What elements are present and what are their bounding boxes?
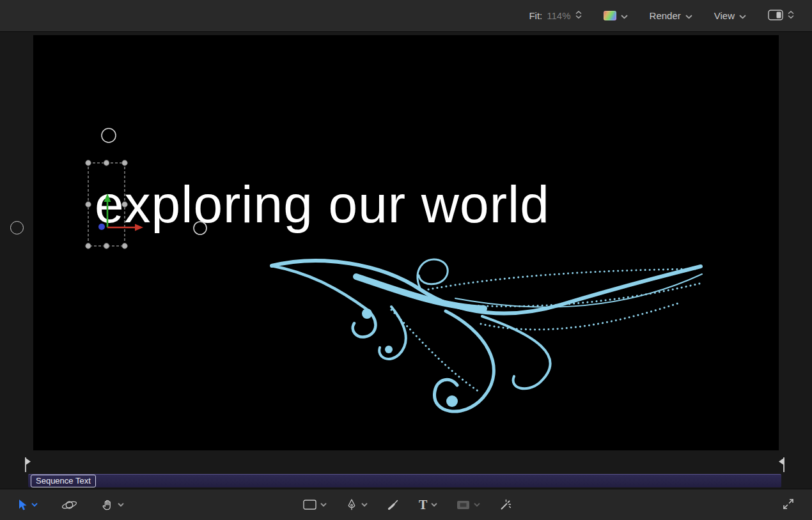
bezier-tool-button[interactable] [346, 498, 368, 511]
chevron-down-icon[interactable] [431, 503, 437, 507]
transform-3d-tool-button[interactable] [61, 498, 78, 512]
zoom-value[interactable]: 114% [547, 10, 570, 21]
shape-tool-button[interactable] [303, 500, 327, 510]
view-menu[interactable]: View [714, 10, 746, 21]
chevron-down-icon[interactable] [31, 503, 38, 507]
mask-tool-button[interactable] [457, 500, 480, 510]
canvas[interactable]: exploring our world [33, 35, 779, 450]
chevron-down-icon[interactable] [361, 503, 368, 507]
window-layout-icon [768, 10, 783, 22]
render-menu-label: Render [650, 10, 681, 21]
layout-control[interactable] [768, 10, 794, 22]
workspace: exploring our world [0, 32, 812, 489]
layout-stepper-icon[interactable] [788, 10, 794, 22]
filled-rectangle-icon [457, 500, 470, 510]
arrow-cursor-icon [18, 499, 27, 511]
select-transform-tool-button[interactable] [18, 499, 38, 511]
chevron-down-icon[interactable] [118, 503, 124, 507]
render-menu[interactable]: Render [650, 10, 692, 21]
diagonal-expand-arrows-icon [781, 497, 795, 511]
layer-name-field[interactable]: Sequence Text [31, 475, 96, 487]
canvas-toolbar: Fit: 114% Render View [0, 0, 812, 32]
magic-wand-icon [499, 498, 512, 511]
tools-toolbar: T [0, 489, 812, 520]
play-range-in-pin[interactable] [24, 457, 31, 475]
view-menu-label: View [714, 10, 735, 21]
chevron-down-icon [739, 10, 746, 21]
paint-stroke-tool-button[interactable] [387, 498, 400, 511]
zoom-control[interactable]: Fit: 114% [529, 10, 581, 22]
orbit-icon [61, 498, 78, 512]
pen-nib-icon [346, 498, 357, 511]
headline-text[interactable]: exploring our world [95, 178, 550, 231]
expand-canvas-button[interactable] [781, 497, 795, 513]
channels-menu[interactable] [604, 10, 628, 21]
play-range-out-pin[interactable] [778, 457, 785, 475]
chevron-down-icon [621, 10, 628, 21]
chevron-down-icon [685, 10, 692, 21]
motion-window: Fit: 114% Render View [0, 0, 812, 520]
letter-T-icon: T [419, 498, 427, 511]
adjust-tool-button[interactable] [499, 498, 512, 511]
fit-label: Fit: [529, 10, 542, 21]
chevron-down-icon[interactable] [474, 503, 480, 507]
rig-circle-top[interactable] [102, 128, 116, 142]
flourish-graphic [33, 35, 779, 450]
chevron-down-icon[interactable] [320, 503, 327, 507]
sequence-text-layer-bar[interactable]: Sequence Text [28, 474, 781, 487]
color-swatch-icon [604, 11, 616, 20]
brush-stroke-icon [387, 498, 400, 511]
rig-circle-left[interactable] [10, 221, 24, 234]
pan-tool-button[interactable] [101, 498, 124, 511]
text-tool-button[interactable]: T [419, 498, 437, 511]
selection-overlay [33, 35, 779, 450]
zoom-stepper-icon[interactable] [575, 10, 582, 22]
rectangle-icon [303, 500, 316, 510]
hand-icon [101, 498, 114, 511]
